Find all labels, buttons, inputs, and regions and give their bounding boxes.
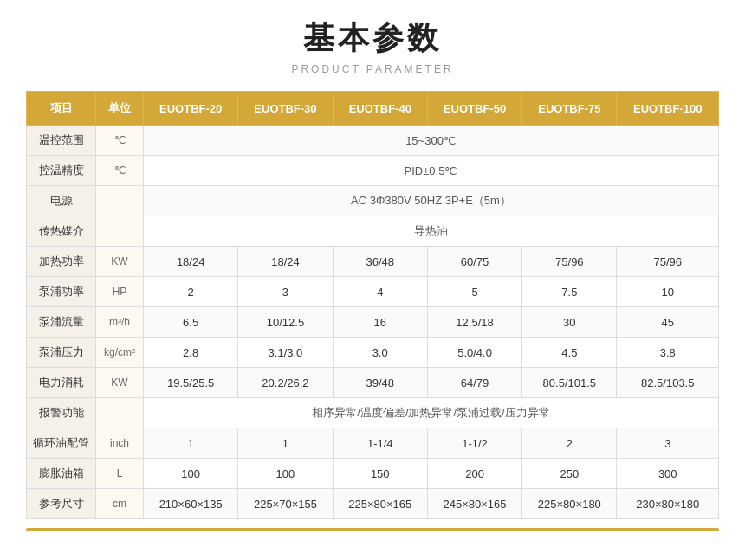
row-unit: m³/h [96, 307, 144, 338]
row-colspan-value: 15~300℃ [144, 126, 719, 156]
row-colspan-value: PID±0.5℃ [144, 156, 719, 186]
row-unit: KW [96, 247, 144, 277]
row-cell: 1-1/2 [427, 428, 522, 459]
table-row: 温控范围℃15~300℃ [27, 126, 719, 156]
row-cell: 12.5/18 [427, 307, 522, 338]
row-colspan-value: 相序异常/温度偏差/加热异常/泵浦过载/压力异常 [144, 398, 719, 428]
row-cell: 300 [617, 459, 719, 489]
row-cell: 19.5/25.5 [144, 368, 238, 398]
row-cell: 250 [522, 459, 617, 489]
row-cell: 200 [427, 459, 522, 489]
row-cell: 30 [522, 307, 617, 338]
row-unit: KW [96, 368, 144, 398]
row-unit: HP [96, 277, 144, 307]
row-cell: 18/24 [144, 247, 238, 277]
table-row: 报警功能相序异常/温度偏差/加热异常/泵浦过载/压力异常 [27, 398, 719, 428]
row-label: 控温精度 [27, 156, 96, 186]
row-cell: 10/12.5 [238, 307, 333, 338]
row-cell: 75/96 [522, 247, 617, 277]
row-colspan-value: 导热油 [144, 216, 719, 247]
table-row: 电源AC 3Φ380V 50HZ 3P+E（5m） [27, 186, 719, 216]
row-cell: 2.8 [144, 338, 238, 368]
row-unit: ℃ [96, 156, 144, 186]
row-unit [96, 216, 144, 247]
table-row: 加热功率KW18/2418/2436/4860/7575/9675/96 [27, 247, 719, 277]
table-row: 泵浦功率HP23457.510 [27, 277, 719, 307]
row-cell: 3 [617, 428, 719, 459]
row-label: 电力消耗 [27, 368, 96, 398]
row-cell: 45 [617, 307, 719, 338]
table-header: 项目 单位 EUOTBF-20 EUOTBF-30 EUOTBF-40 EUOT… [27, 92, 719, 126]
row-label: 膨胀油箱 [27, 459, 96, 489]
bottom-line [26, 528, 719, 531]
row-cell: 100 [238, 459, 333, 489]
row-cell: 1 [238, 428, 333, 459]
row-cell: 39/48 [333, 368, 427, 398]
row-cell: 2 [144, 277, 238, 307]
row-cell: 1-1/4 [333, 428, 427, 459]
page-title: 基本参数 [26, 17, 719, 60]
row-unit: ℃ [96, 126, 144, 156]
params-table: 项目 单位 EUOTBF-20 EUOTBF-30 EUOTBF-40 EUOT… [26, 91, 719, 519]
row-cell: 80.5/101.5 [522, 368, 617, 398]
row-cell: 18/24 [238, 247, 333, 277]
row-cell: 225×70×155 [238, 489, 333, 519]
row-cell: 3.1/3.0 [238, 338, 333, 368]
row-label: 泵浦功率 [27, 277, 96, 307]
row-unit: inch [96, 428, 144, 459]
table-row: 循环油配管inch111-1/41-1/223 [27, 428, 719, 459]
row-cell: 1 [144, 428, 238, 459]
row-label: 参考尺寸 [27, 489, 96, 519]
row-cell: 3 [238, 277, 333, 307]
row-label: 泵浦流量 [27, 307, 96, 338]
row-cell: 36/48 [333, 247, 427, 277]
row-cell: 4 [333, 277, 427, 307]
table-row: 传热媒介导热油 [27, 216, 719, 247]
row-cell: 5 [427, 277, 522, 307]
table-row: 膨胀油箱L100100150200250300 [27, 459, 719, 489]
col-header-30: EUOTBF-30 [238, 92, 333, 126]
row-unit: cm [96, 489, 144, 519]
table-row: 泵浦流量m³/h6.510/12.51612.5/183045 [27, 307, 719, 338]
row-label: 电源 [27, 186, 96, 216]
row-label: 循环油配管 [27, 428, 96, 459]
header-row: 项目 单位 EUOTBF-20 EUOTBF-30 EUOTBF-40 EUOT… [27, 92, 719, 126]
table-row: 电力消耗KW19.5/25.520.2/26.239/4864/7980.5/1… [27, 368, 719, 398]
row-cell: 75/96 [617, 247, 719, 277]
row-cell: 6.5 [144, 307, 238, 338]
row-label: 报警功能 [27, 398, 96, 428]
page-subtitle: PRODUCT PARAMETER [26, 63, 719, 75]
col-header-20: EUOTBF-20 [144, 92, 238, 126]
row-colspan-value: AC 3Φ380V 50HZ 3P+E（5m） [144, 186, 719, 216]
page-container: 基本参数 PRODUCT PARAMETER 项目 单位 EUOTBF-20 E… [0, 0, 745, 557]
table-body: 温控范围℃15~300℃控温精度℃PID±0.5℃电源AC 3Φ380V 50H… [27, 126, 719, 519]
row-cell: 245×80×165 [427, 489, 522, 519]
row-cell: 64/79 [427, 368, 522, 398]
row-label: 传热媒介 [27, 216, 96, 247]
row-cell: 82.5/103.5 [617, 368, 719, 398]
row-unit: kg/cm² [96, 338, 144, 368]
table-row: 参考尺寸cm210×60×135225×70×155225×80×165245×… [27, 489, 719, 519]
row-cell: 210×60×135 [144, 489, 238, 519]
row-unit [96, 186, 144, 216]
row-cell: 3.0 [333, 338, 427, 368]
row-label: 加热功率 [27, 247, 96, 277]
col-header-75: EUOTBF-75 [522, 92, 617, 126]
col-header-item: 项目 [27, 92, 96, 126]
row-cell: 3.8 [617, 338, 719, 368]
row-cell: 230×80×180 [617, 489, 719, 519]
col-header-100: EUOTBF-100 [617, 92, 719, 126]
row-cell: 5.0/4.0 [427, 338, 522, 368]
row-cell: 225×80×180 [522, 489, 617, 519]
row-cell: 225×80×165 [333, 489, 427, 519]
row-cell: 20.2/26.2 [238, 368, 333, 398]
row-cell: 100 [144, 459, 238, 489]
row-unit [96, 398, 144, 428]
row-unit: L [96, 459, 144, 489]
row-cell: 16 [333, 307, 427, 338]
row-cell: 10 [617, 277, 719, 307]
row-cell: 4.5 [522, 338, 617, 368]
row-cell: 2 [522, 428, 617, 459]
row-cell: 150 [333, 459, 427, 489]
row-label: 泵浦压力 [27, 338, 96, 368]
